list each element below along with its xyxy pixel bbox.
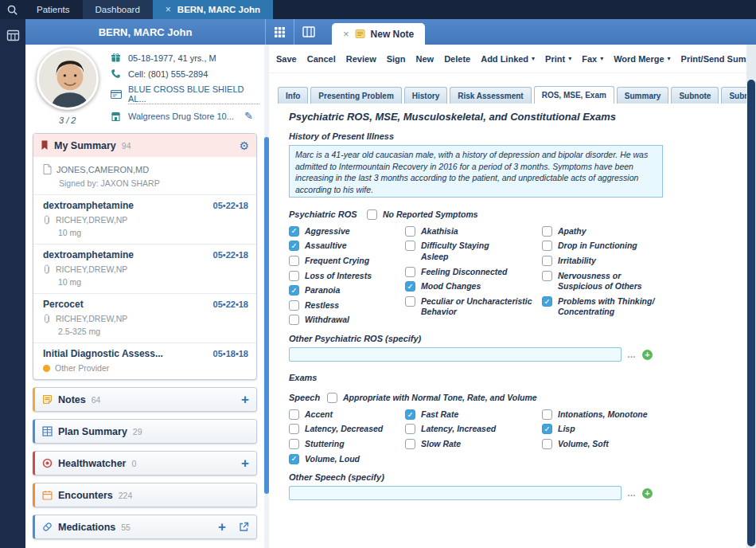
cb-latency-decreased[interactable]: ✓Latency, Decreased xyxy=(289,423,405,435)
cb-intonations-monotone[interactable]: ✓Intonations, Monotone xyxy=(542,409,693,421)
checkbox[interactable]: ✓ xyxy=(289,454,299,464)
encounters-header[interactable]: Encounters 224 xyxy=(35,483,256,507)
cb-peculiar-behavior[interactable]: ✓Peculiar or Uncharacteristic Behavior xyxy=(405,296,542,318)
gear-icon[interactable]: ⚙ xyxy=(239,139,249,152)
tab-dashboard[interactable]: Dashboard xyxy=(83,0,153,19)
summary-assessment-entry[interactable]: Initial Diagnostic Assess...05•18•18 Oth… xyxy=(33,342,256,379)
review-button[interactable]: Review xyxy=(346,54,376,64)
ellipsis-button[interactable]: … xyxy=(627,488,637,498)
checkbox[interactable]: ✓ xyxy=(542,296,552,307)
cb-volume-soft[interactable]: ✓Volume, Soft xyxy=(542,438,693,450)
cb-lisp[interactable]: ✓Lisp xyxy=(542,423,693,435)
cb-problems-thinking[interactable]: ✓Problems with Thinking/ Concentrating xyxy=(542,296,693,318)
close-icon[interactable]: × xyxy=(166,4,171,15)
other-psychiatric-ros-input[interactable] xyxy=(289,347,622,362)
add-healthwatcher-button[interactable]: + xyxy=(241,456,249,470)
checkbox[interactable]: ✓ xyxy=(289,300,299,311)
checkbox[interactable]: ✓ xyxy=(367,209,377,220)
cb-irritability[interactable]: ✓Irritability xyxy=(542,255,693,267)
cb-volume-loud[interactable]: ✓Volume, Loud xyxy=(289,453,405,465)
cb-loss-of-interests[interactable]: ✓Loss of Interests xyxy=(289,270,405,282)
cb-feeling-disconnected[interactable]: ✓Feeling Disconnected xyxy=(405,266,542,278)
cb-apathy[interactable]: ✓Apathy xyxy=(542,225,693,237)
plan-summary-header[interactable]: Plan Summary 29 xyxy=(35,420,256,443)
checkbox[interactable]: ✓ xyxy=(289,424,299,434)
word-merge-button[interactable]: Word Merge▾ xyxy=(614,54,670,64)
checkbox[interactable]: ✓ xyxy=(405,267,415,277)
checkbox[interactable]: ✓ xyxy=(542,424,552,434)
checkbox[interactable]: ✓ xyxy=(289,241,299,251)
summary-provider-entry[interactable]: JONES,CAMERON,MD Signed by: JAXON SHARP xyxy=(33,157,256,194)
cb-mood-changes[interactable]: ✓Mood Changes xyxy=(405,280,542,292)
patient-insurance[interactable]: BLUE CROSS BLUE SHIELD AL... xyxy=(128,84,259,104)
patient-insurance-row[interactable]: BLUE CROSS BLUE SHIELD AL... xyxy=(110,84,259,104)
checkbox[interactable]: ✓ xyxy=(542,439,552,449)
fax-button[interactable]: Fax▾ xyxy=(582,54,603,64)
search-button[interactable] xyxy=(0,0,24,19)
healthwatcher-header[interactable]: Healthwatcher 0 + xyxy=(35,452,256,475)
other-speech-input[interactable] xyxy=(289,486,622,500)
tab-patient-bern[interactable]: × BERN, MARC John xyxy=(153,0,273,19)
print-send-summary-button[interactable]: Print/Send Summary/Re xyxy=(681,54,746,64)
checkbox[interactable]: ✓ xyxy=(289,315,299,325)
close-icon[interactable]: × xyxy=(343,28,349,40)
checkbox[interactable]: ✓ xyxy=(542,409,552,420)
checkbox[interactable]: ✓ xyxy=(542,226,552,237)
checkbox[interactable]: ✓ xyxy=(405,409,415,420)
cb-withdrawal[interactable]: ✓Withdrawal xyxy=(289,314,405,326)
add-entry-button[interactable]: + xyxy=(642,488,653,499)
checkbox[interactable]: ✓ xyxy=(405,226,415,237)
delete-button[interactable]: Delete xyxy=(444,54,470,64)
cb-slow-rate[interactable]: ✓Slow Rate xyxy=(405,438,542,450)
cb-aggressive[interactable]: ✓Aggressive xyxy=(289,225,405,237)
checkbox[interactable]: ✓ xyxy=(289,226,299,237)
checkbox[interactable]: ✓ xyxy=(405,296,415,307)
cb-fast-rate[interactable]: ✓Fast Rate xyxy=(405,409,542,421)
notes-card-header[interactable]: Notes 64 + xyxy=(35,388,256,411)
add-note-button[interactable]: + xyxy=(241,393,249,406)
cb-speech-appropriate[interactable]: ✓ Appropriate with Normal Tone, Rate, an… xyxy=(327,392,537,404)
sign-button[interactable]: Sign xyxy=(387,54,406,64)
cb-difficulty-staying-asleep[interactable]: ✓Difficulty Staying Asleep xyxy=(405,240,542,262)
add-entry-button[interactable]: + xyxy=(642,350,653,360)
tab-summary[interactable]: Summary xyxy=(617,87,669,104)
checkbox[interactable]: ✓ xyxy=(542,241,552,251)
summary-med-entry[interactable]: Percocet05•22•18 RICHEY,DREW,NP 2.5-325 … xyxy=(33,293,256,342)
cb-paranoia[interactable]: ✓Paranoia xyxy=(289,284,405,296)
cb-latency-increased[interactable]: ✓Latency, Increased xyxy=(405,423,542,435)
summary-med-entry[interactable]: dextroamphetamine05•22•18 RICHEY,DREW,NP… xyxy=(33,194,256,244)
checkbox[interactable]: ✓ xyxy=(405,424,415,434)
cancel-button[interactable]: Cancel xyxy=(307,54,336,64)
checkbox[interactable]: ✓ xyxy=(289,409,299,420)
tab-patients[interactable]: Patients xyxy=(24,0,83,19)
tab-info[interactable]: Info xyxy=(278,87,308,104)
checkbox[interactable]: ✓ xyxy=(289,285,299,296)
tab-risk-assessment[interactable]: Risk Assessment xyxy=(450,87,531,104)
tab-subnote-1[interactable]: Subnote xyxy=(671,87,719,104)
tab-new-note[interactable]: × New Note xyxy=(332,23,425,45)
checkbox[interactable]: ✓ xyxy=(542,271,552,281)
tab-ros-mse-exam[interactable]: ROS, MSE, Exam xyxy=(534,86,614,104)
summary-med-entry[interactable]: dextroamphetamine05•22•18 RICHEY,DREW,NP… xyxy=(33,244,256,293)
cb-drop-in-functioning[interactable]: ✓Drop in Functioning xyxy=(542,240,693,252)
hpi-textarea[interactable]: Marc is a 41-year old caucasian male, wi… xyxy=(289,145,663,198)
tab-history[interactable]: History xyxy=(404,87,447,104)
cb-akathisia[interactable]: ✓Akathisia xyxy=(405,225,542,237)
cb-accent[interactable]: ✓Accent xyxy=(289,409,405,421)
tab-presenting-problem[interactable]: Presenting Problem xyxy=(310,87,401,104)
schedule-icon[interactable] xyxy=(0,29,25,42)
checkbox[interactable]: ✓ xyxy=(405,281,415,292)
scrollbar-thumb[interactable] xyxy=(747,80,755,546)
save-button[interactable]: Save xyxy=(276,54,297,64)
patient-pharmacy-row[interactable]: Walgreens Drug Store 10... ✎ xyxy=(110,110,259,122)
photo-count[interactable]: 3 / 2 xyxy=(59,115,110,125)
cb-stuttering[interactable]: ✓Stuttering xyxy=(289,438,405,450)
patient-photo[interactable] xyxy=(37,48,99,110)
ellipsis-button[interactable]: … xyxy=(627,350,637,359)
checkbox[interactable]: ✓ xyxy=(327,393,337,403)
edit-pencil-icon[interactable]: ✎ xyxy=(244,110,253,122)
cb-nervousness-suspicious[interactable]: ✓Nervousness or Suspicious of Others xyxy=(542,270,693,292)
print-button[interactable]: Print▾ xyxy=(545,54,571,64)
add-linked-button[interactable]: Add Linked▾ xyxy=(481,54,535,64)
patient-pharmacy[interactable]: Walgreens Drug Store 10... xyxy=(128,112,234,121)
